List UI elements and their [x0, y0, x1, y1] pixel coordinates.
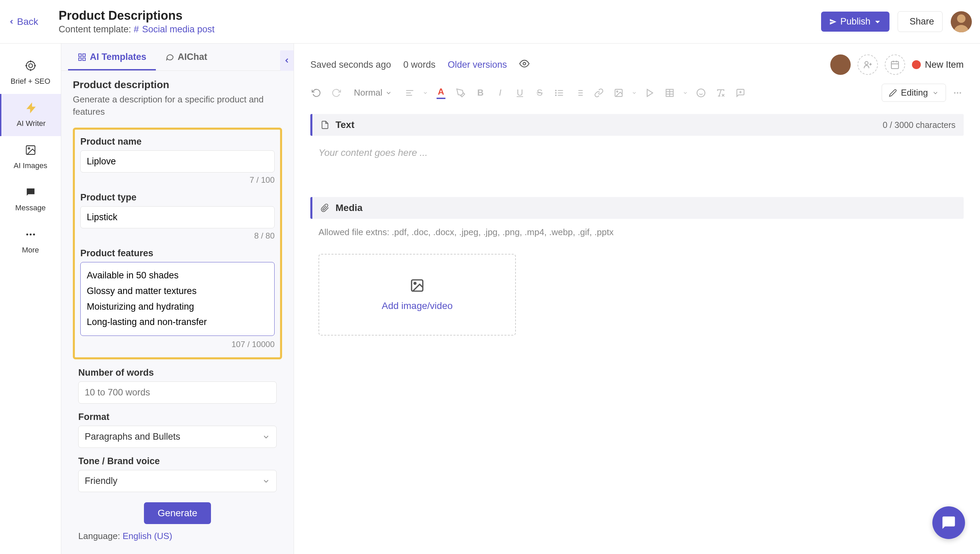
words-input[interactable]: [78, 382, 277, 404]
panel-collapse[interactable]: [280, 50, 294, 71]
content-placeholder[interactable]: Your content goes here ...: [310, 136, 964, 170]
color-bar: [437, 98, 445, 99]
features-group: Product features 107 / 10000: [75, 248, 280, 349]
highlight-icon: [456, 88, 466, 98]
svg-point-51: [954, 92, 956, 94]
mini-avatar[interactable]: [830, 54, 851, 75]
more-toolbar-button[interactable]: [951, 86, 964, 100]
chevron-down-icon: [874, 18, 881, 25]
tab-ai-templates[interactable]: AI Templates: [68, 43, 156, 70]
rail-item-brief[interactable]: Brief + SEO: [0, 52, 61, 94]
status-dropdown[interactable]: New Item: [912, 60, 964, 70]
numbered-list-button[interactable]: [572, 86, 586, 100]
numbered-list-icon: [574, 88, 584, 98]
link-button[interactable]: [592, 86, 606, 100]
rail-item-images[interactable]: AI Images: [0, 136, 61, 178]
language-line: Language: English (US): [73, 531, 282, 541]
rail-item-more[interactable]: More: [0, 221, 61, 263]
product-name-input[interactable]: [80, 150, 275, 172]
toolbar-left: Normal A B I U S: [310, 85, 747, 101]
heading-select[interactable]: Normal: [349, 85, 397, 101]
back-label: Back: [17, 16, 38, 27]
svg-point-3: [29, 64, 32, 67]
eye-icon[interactable]: [519, 59, 530, 71]
undo-button[interactable]: [310, 86, 323, 100]
heading-label: Normal: [354, 88, 382, 98]
svg-point-10: [26, 234, 28, 236]
templates-icon: [78, 53, 86, 62]
chevron-down-icon[interactable]: [682, 90, 688, 96]
older-versions-link[interactable]: Older versions: [448, 60, 507, 70]
underline-button[interactable]: U: [513, 86, 527, 100]
rail-label-message: Message: [3, 204, 58, 212]
text-section-label: Text: [336, 119, 355, 131]
svg-point-11: [30, 234, 32, 236]
upload-box[interactable]: Add image/video: [318, 254, 516, 336]
template-link[interactable]: Social media post: [142, 24, 215, 34]
italic-icon: I: [499, 88, 501, 98]
rail-item-writer[interactable]: AI Writer: [0, 94, 61, 136]
back-button[interactable]: Back: [8, 16, 38, 27]
share-button[interactable]: Share: [898, 11, 943, 32]
calendar-icon: [890, 60, 900, 69]
avatar[interactable]: [951, 11, 972, 32]
saved-info: Saved seconds ago 0 words Older versions: [310, 59, 530, 71]
text-color-button[interactable]: A: [434, 86, 448, 100]
video-button[interactable]: [643, 86, 657, 100]
italic-button[interactable]: I: [493, 86, 507, 100]
chevron-down-icon[interactable]: [632, 90, 637, 96]
tone-value: Friendly: [85, 476, 118, 486]
generate-button[interactable]: Generate: [144, 502, 211, 524]
align-icon: [405, 88, 414, 98]
dots-icon: [25, 229, 37, 240]
language-link[interactable]: English (US): [123, 531, 172, 541]
panel-tabs: AI Templates AIChat: [61, 43, 294, 71]
send-icon: [829, 18, 837, 25]
svg-marker-39: [647, 89, 653, 96]
bold-button[interactable]: B: [474, 86, 487, 100]
media-section: Media Allowed file extns: .pdf, .doc, .d…: [310, 197, 964, 336]
add-user-button[interactable]: [858, 54, 878, 75]
publish-button[interactable]: Publish: [821, 11, 889, 32]
media-section-header: Media: [310, 197, 964, 219]
clear-format-button[interactable]: [714, 86, 727, 100]
svg-point-53: [959, 92, 961, 94]
text-section: Text 0 / 3000 characters Your content go…: [310, 114, 964, 170]
calendar-button[interactable]: [885, 54, 905, 75]
bullet-list-button[interactable]: [553, 86, 566, 100]
align-button[interactable]: [403, 86, 417, 100]
svg-rect-13: [79, 54, 81, 56]
editing-mode-select[interactable]: Editing: [882, 84, 946, 102]
link-icon: [594, 88, 604, 98]
saved-text: Saved seconds ago: [310, 60, 391, 70]
image-icon: [614, 88, 624, 98]
editor-topbar: Saved seconds ago 0 words Older versions…: [294, 43, 980, 79]
emoji-button[interactable]: [694, 86, 708, 100]
hash-icon: #: [134, 24, 139, 34]
highlight-button[interactable]: [454, 86, 468, 100]
rail-item-message[interactable]: Message: [0, 178, 61, 221]
features-count: 107 / 10000: [80, 340, 275, 349]
comment-button[interactable]: [733, 86, 747, 100]
chevron-left-icon: [8, 18, 15, 25]
tab-ai-chat[interactable]: AIChat: [156, 43, 217, 70]
product-type-input[interactable]: [80, 206, 275, 228]
toolbar: Normal A B I U S: [294, 79, 980, 110]
table-button[interactable]: [663, 86, 676, 100]
pd-subtitle: Generate a description for a specific pr…: [73, 93, 282, 118]
features-textarea[interactable]: [80, 262, 275, 336]
svg-point-9: [28, 148, 29, 149]
redo-button[interactable]: [329, 86, 343, 100]
tone-select[interactable]: Friendly: [78, 470, 277, 492]
image-button[interactable]: [612, 86, 625, 100]
chevron-down-icon[interactable]: [423, 90, 428, 96]
svg-rect-14: [83, 54, 86, 56]
language-label: Language:: [78, 531, 120, 541]
format-select[interactable]: Paragraphs and Bullets: [78, 426, 277, 448]
product-name-count: 7 / 100: [80, 175, 275, 185]
svg-point-12: [33, 234, 35, 236]
strike-button[interactable]: S: [533, 86, 546, 100]
chevron-down-icon: [262, 477, 270, 485]
chat-fab[interactable]: [932, 506, 965, 539]
status-label: New Item: [925, 60, 964, 70]
